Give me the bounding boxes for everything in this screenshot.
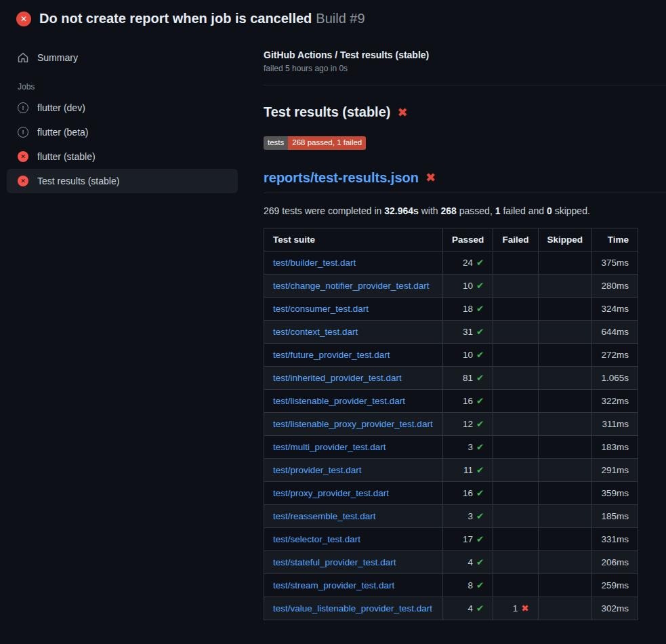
test-suite-link[interactable]: test/inherited_provider_test.dart	[273, 373, 402, 383]
x-circle-fill-icon: ✕	[16, 12, 31, 26]
test-suite-link[interactable]: test/builder_test.dart	[273, 258, 356, 268]
skipped-cell	[538, 550, 592, 573]
failed-cell	[493, 389, 538, 412]
test-suite-cell: test/stream_provider_test.dart	[264, 573, 443, 597]
column-header-skipped: Skipped	[538, 228, 592, 251]
check-icon: ✔	[476, 511, 484, 521]
sidebar-item-label: flutter (stable)	[37, 151, 96, 162]
run-meta: failed 5 hours ago in 0s	[264, 64, 666, 73]
table-row: test/multi_provider_test.dart3✔183ms	[264, 435, 638, 458]
passed-cell: 10✔	[443, 343, 493, 366]
time-cell: 183ms	[592, 435, 638, 458]
failed-cross-icon: ✖	[425, 172, 436, 184]
time-cell: 1.065s	[592, 366, 638, 389]
test-suite-cell: test/consumer_test.dart	[264, 297, 443, 320]
failed-cell	[493, 412, 538, 435]
check-icon: ✔	[476, 396, 484, 406]
passed-cell: 16✔	[443, 389, 493, 412]
test-suite-link[interactable]: test/value_listenable_provider_test.dart	[273, 603, 432, 613]
table-row: test/inherited_provider_test.dart81✔1.06…	[264, 366, 638, 389]
skipped-cell	[538, 274, 592, 297]
failed-cell	[493, 527, 538, 550]
table-row: test/provider_test.dart11✔291ms	[264, 458, 638, 481]
test-suite-cell: test/listenable_provider_test.dart	[264, 389, 443, 412]
failed-cell	[493, 343, 538, 366]
test-suite-link[interactable]: test/multi_provider_test.dart	[273, 442, 386, 452]
test-suite-link[interactable]: test/stream_provider_test.dart	[273, 580, 394, 590]
table-header-row: Test suite Passed Failed Skipped Time	[264, 228, 638, 251]
table-row: test/proxy_provider_test.dart16✔359ms	[264, 481, 638, 504]
test-suite-cell: test/inherited_provider_test.dart	[264, 366, 443, 389]
failed-cell	[493, 573, 538, 597]
sidebar-item-job[interactable]: ✕flutter (stable)	[7, 144, 238, 169]
passed-cell: 24✔	[443, 251, 493, 274]
test-suite-link[interactable]: test/selector_test.dart	[273, 534, 360, 544]
sidebar-item-job[interactable]: !flutter (dev)	[7, 96, 238, 120]
skipped-cell	[538, 251, 592, 274]
report-file-link[interactable]: reports/test-results.json	[264, 170, 419, 186]
table-row: test/stream_provider_test.dart8✔259ms	[264, 573, 638, 597]
time-cell: 359ms	[592, 481, 638, 504]
test-suite-cell: test/provider_test.dart	[264, 458, 443, 481]
test-suite-link[interactable]: test/listenable_proxy_provider_test.dart	[273, 419, 433, 429]
jobs-list: !flutter (dev)!flutter (beta)✕flutter (s…	[7, 96, 238, 193]
neutral-status-icon: !	[18, 102, 28, 113]
column-header-time: Time	[592, 228, 638, 251]
sidebar-item-job[interactable]: ✕Test results (stable)	[7, 169, 238, 193]
sidebar-item-summary[interactable]: Summary	[7, 45, 238, 70]
failed-cell	[493, 297, 538, 320]
test-suite-cell: test/builder_test.dart	[264, 251, 443, 274]
home-icon	[18, 52, 28, 63]
main-content: GitHub Actions / Test results (stable) f…	[245, 36, 666, 620]
table-row: test/listenable_proxy_provider_test.dart…	[264, 412, 638, 435]
page-header: ✕ Do not create report when job is cance…	[0, 0, 666, 36]
test-suite-link[interactable]: test/provider_test.dart	[273, 465, 362, 475]
time-cell: 272ms	[592, 343, 638, 366]
skipped-cell	[538, 573, 592, 597]
check-icon: ✔	[476, 281, 484, 291]
skipped-cell	[538, 297, 592, 320]
test-suite-link[interactable]: test/reassemble_test.dart	[273, 511, 376, 521]
test-suite-cell: test/value_listenable_provider_test.dart	[264, 597, 443, 620]
time-cell: 644ms	[592, 320, 638, 343]
build-number: Build #9	[316, 11, 365, 26]
divider	[264, 85, 666, 85]
test-suite-link[interactable]: test/future_provider_test.dart	[273, 350, 390, 360]
skipped-cell	[538, 435, 592, 458]
sidebar: Summary Jobs !flutter (dev)!flutter (bet…	[0, 36, 245, 193]
results-table-body: test/builder_test.dart24✔375mstest/chang…	[264, 251, 638, 620]
badge-label: tests	[264, 136, 288, 150]
skipped-cell	[538, 458, 592, 481]
time-cell: 324ms	[592, 297, 638, 320]
column-header-test-suite: Test suite	[264, 228, 443, 251]
test-suite-link[interactable]: test/change_notifier_provider_test.dart	[273, 281, 429, 291]
test-suite-link[interactable]: test/proxy_provider_test.dart	[273, 488, 389, 498]
check-icon: ✔	[476, 534, 484, 544]
table-row: test/context_test.dart31✔644ms	[264, 320, 638, 343]
sidebar-item-job[interactable]: !flutter (beta)	[7, 120, 238, 144]
check-icon: ✔	[476, 419, 484, 429]
time-cell: 259ms	[592, 573, 638, 597]
test-suite-link[interactable]: test/stateful_provider_test.dart	[273, 557, 396, 567]
test-suite-link[interactable]: test/listenable_provider_test.dart	[273, 396, 405, 406]
passed-cell: 16✔	[443, 481, 493, 504]
time-cell: 302ms	[592, 597, 638, 620]
passed-cell: 4✔	[443, 597, 493, 620]
passed-cell: 10✔	[443, 274, 493, 297]
tests-status-badge: tests268 passed, 1 failed	[264, 136, 366, 150]
test-suite-link[interactable]: test/context_test.dart	[273, 327, 358, 337]
skipped-cell	[538, 504, 592, 527]
table-row: test/change_notifier_provider_test.dart1…	[264, 274, 638, 297]
test-suite-cell: test/proxy_provider_test.dart	[264, 481, 443, 504]
test-suite-cell: test/listenable_proxy_provider_test.dart	[264, 412, 443, 435]
check-icon: ✔	[476, 465, 484, 475]
column-header-failed: Failed	[493, 228, 538, 251]
failed-cross-icon: ✖	[397, 106, 407, 119]
time-cell: 311ms	[592, 412, 638, 435]
breadcrumb: GitHub Actions / Test results (stable)	[264, 49, 666, 60]
sidebar-item-label: flutter (beta)	[37, 127, 88, 138]
test-suite-link[interactable]: test/consumer_test.dart	[273, 304, 369, 314]
badge-value: 268 passed, 1 failed	[288, 136, 366, 150]
check-icon: ✔	[476, 258, 484, 268]
sidebar-item-label: Summary	[37, 52, 78, 63]
